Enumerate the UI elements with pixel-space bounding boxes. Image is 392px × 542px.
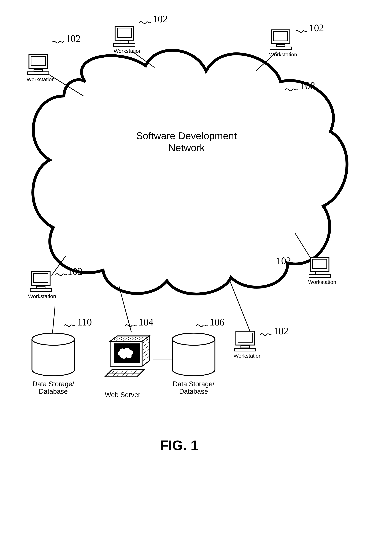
- workstation-label: Workstation: [27, 76, 55, 82]
- workstation-label: Workstation: [269, 52, 297, 58]
- figure-label: FIG. 1: [160, 437, 198, 454]
- squiggle-102: [52, 38, 64, 45]
- ref-102: 102: [68, 266, 82, 277]
- workstation-icon: [268, 28, 293, 52]
- squiggle-102: [294, 260, 306, 266]
- squiggle-102: [295, 27, 307, 34]
- database-label: Data Storage/ Database: [171, 380, 216, 395]
- svg-rect-16: [114, 43, 135, 46]
- ref-102: 102: [66, 33, 81, 44]
- svg-rect-15: [120, 41, 129, 43]
- svg-rect-31: [241, 346, 249, 348]
- workstation-icon: [112, 25, 137, 48]
- workstation-label: Workstation: [28, 293, 56, 299]
- workstation-icon: [28, 270, 53, 293]
- database-label-line2: Database: [179, 388, 208, 395]
- workstation-label: Workstation: [308, 279, 336, 285]
- svg-rect-30: [238, 333, 252, 342]
- squiggle-110: [63, 322, 75, 328]
- database-label: Data Storage/ Database: [31, 380, 75, 395]
- ref-104: 104: [138, 316, 154, 328]
- svg-rect-23: [37, 286, 45, 288]
- web-server-icon: [103, 332, 153, 380]
- svg-point-62: [172, 333, 215, 345]
- svg-rect-32: [234, 348, 256, 351]
- database-icon: [170, 332, 217, 379]
- ref-102: 102: [276, 255, 291, 266]
- svg-line-7: [52, 306, 55, 334]
- workstation-icon: [307, 256, 332, 279]
- svg-rect-20: [270, 47, 291, 50]
- svg-rect-27: [315, 272, 324, 274]
- squiggle-102: [138, 19, 151, 25]
- svg-point-60: [32, 333, 74, 345]
- database-icon: [30, 332, 76, 379]
- workstation-icon: [233, 330, 258, 353]
- svg-rect-26: [313, 259, 327, 268]
- ref-110: 110: [77, 316, 92, 328]
- squiggle-104: [124, 322, 137, 328]
- svg-rect-12: [27, 72, 49, 75]
- web-server-label: Web Server: [105, 391, 140, 399]
- svg-marker-44: [142, 336, 149, 366]
- svg-rect-19: [276, 44, 285, 47]
- database-label-line2: Database: [39, 388, 68, 395]
- svg-rect-24: [30, 289, 52, 292]
- ref-102: 102: [274, 325, 288, 337]
- squiggle-106: [195, 322, 208, 328]
- svg-rect-11: [34, 69, 42, 71]
- squiggle-102: [259, 331, 272, 337]
- svg-rect-22: [34, 273, 48, 283]
- ref-102: 102: [153, 13, 168, 25]
- workstation-label: Workstation: [233, 353, 262, 359]
- database-label-line1: Data Storage/: [173, 380, 214, 388]
- squiggle-102: [55, 271, 67, 277]
- svg-rect-28: [309, 275, 330, 277]
- ref-102: 102: [309, 22, 324, 34]
- workstation-icon: [26, 53, 51, 76]
- svg-rect-10: [31, 57, 45, 66]
- svg-rect-18: [274, 32, 288, 41]
- ref-106: 106: [210, 316, 224, 328]
- workstation-label: Workstation: [114, 48, 142, 54]
- svg-line-5: [229, 279, 250, 332]
- database-label-line1: Data Storage/: [32, 380, 74, 388]
- svg-rect-14: [117, 28, 132, 37]
